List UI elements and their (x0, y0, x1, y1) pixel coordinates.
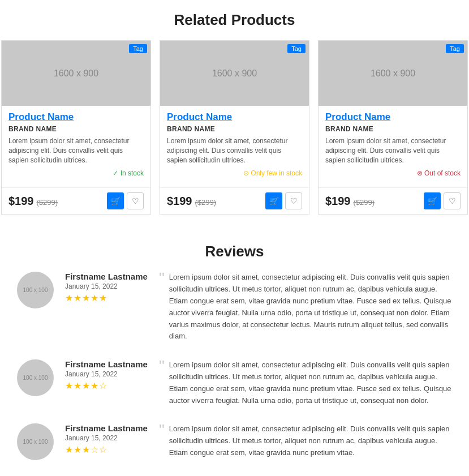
price-original-3: ($299) (354, 198, 375, 207)
brand-name-3: BRAND NAME (325, 125, 461, 133)
reviews-list: 100 x 100 Firstname Lastname January 15,… (17, 272, 452, 460)
review-meta-1: Firstname Lastname January 15, 2022 ★★★★… (65, 272, 148, 303)
review-meta-3: Firstname Lastname January 15, 2022 ★★★☆… (65, 423, 148, 455)
review-avatar-3: 100 x 100 (17, 423, 54, 460)
review-text-1: Lorem ipsum dolor sit amet, consectetur … (169, 272, 452, 342)
product-tag-3: Tag (446, 44, 464, 53)
products-grid: 1600 x 900 Tag Product Name BRAND NAME L… (8, 40, 461, 215)
review-stars-2: ★★★★☆ (65, 380, 148, 391)
review-text-block-2: " Lorem ipsum dolor sit amet, consectetu… (159, 359, 452, 406)
price-original-1: ($299) (37, 198, 58, 207)
review-avatar-1: 100 x 100 (17, 272, 54, 308)
stock-status-1: ✓ In stock (8, 169, 144, 177)
reviewer-name-1: Firstname Lastname (65, 272, 148, 281)
add-to-wishlist-button-3[interactable]: ♡ (444, 192, 461, 209)
product-name-3[interactable]: Product Name (325, 112, 461, 123)
product-desc-1: Lorem ipsum dolor sit amet, consectetur … (8, 136, 144, 165)
review-item-2: 100 x 100 Firstname Lastname January 15,… (17, 359, 452, 406)
reviews-section: Reviews 100 x 100 Firstname Lastname Jan… (0, 231, 469, 476)
review-date-2: January 15, 2022 (65, 370, 148, 378)
add-to-wishlist-button-2[interactable]: ♡ (285, 192, 302, 209)
quote-icon-2: " (159, 358, 165, 374)
product-tag-1: Tag (129, 44, 147, 53)
review-avatar-2: 100 x 100 (17, 359, 54, 396)
product-image-2: 1600 x 900 Tag (160, 41, 309, 106)
review-item-3: 100 x 100 Firstname Lastname January 15,… (17, 423, 452, 460)
add-to-cart-button-3[interactable]: 🛒 (424, 192, 441, 209)
add-to-wishlist-button-1[interactable]: ♡ (127, 192, 144, 209)
product-name-1[interactable]: Product Name (8, 112, 144, 123)
review-date-3: January 15, 2022 (65, 434, 148, 442)
product-card-1: 1600 x 900 Tag Product Name BRAND NAME L… (1, 40, 151, 215)
quote-icon-1: " (159, 271, 165, 286)
price-current-1: $199 (8, 195, 34, 208)
review-stars-3: ★★★☆☆ (65, 444, 148, 455)
brand-name-1: BRAND NAME (8, 125, 144, 133)
reviewer-name-3: Firstname Lastname (65, 423, 148, 433)
product-image-1: 1600 x 900 Tag (2, 41, 150, 106)
product-desc-2: Lorem ipsum dolor sit amet, consectetur … (167, 136, 302, 165)
product-card-3: 1600 x 900 Tag Product Name BRAND NAME L… (318, 40, 468, 215)
review-text-block-3: " Lorem ipsum dolor sit amet, consectetu… (159, 423, 452, 458)
brand-name-2: BRAND NAME (167, 125, 302, 133)
product-image-3: 1600 x 900 Tag (319, 41, 467, 106)
product-actions-2: 🛒 ♡ (265, 192, 302, 209)
product-actions-3: 🛒 ♡ (424, 192, 461, 209)
review-date-1: January 15, 2022 (65, 282, 148, 290)
price-block-3: $199 ($299) (325, 195, 375, 208)
add-to-cart-button-2[interactable]: 🛒 (265, 192, 282, 209)
quote-icon-3: " (159, 422, 165, 438)
product-desc-3: Lorem ipsum dolor sit amet, consectetur … (325, 136, 461, 165)
product-name-2[interactable]: Product Name (167, 112, 302, 123)
review-stars-1: ★★★★★ (65, 293, 148, 303)
price-current-3: $199 (325, 195, 351, 208)
add-to-cart-button-1[interactable]: 🛒 (107, 192, 124, 209)
product-actions-1: 🛒 ♡ (107, 192, 144, 209)
review-meta-2: Firstname Lastname January 15, 2022 ★★★★… (65, 359, 148, 391)
related-products-title: Related Products (8, 11, 461, 29)
price-original-2: ($299) (195, 198, 217, 207)
price-block-2: $199 ($299) (167, 195, 216, 208)
reviews-title: Reviews (17, 243, 452, 260)
review-text-block-1: " Lorem ipsum dolor sit amet, consectetu… (159, 272, 452, 342)
stock-status-2: ⊙ Only few in stock (167, 169, 302, 177)
review-text-2: Lorem ipsum dolor sit amet, consectetur … (169, 359, 452, 406)
reviewer-name-2: Firstname Lastname (65, 359, 148, 369)
related-products-section: Related Products 1600 x 900 Tag Product … (0, 0, 469, 231)
product-tag-2: Tag (287, 44, 306, 53)
price-block-1: $199 ($299) (8, 195, 58, 208)
price-current-2: $199 (167, 195, 192, 208)
review-text-3: Lorem ipsum dolor sit amet, consectetur … (169, 423, 452, 458)
stock-status-3: ⊗ Out of stock (325, 169, 461, 177)
review-item-1: 100 x 100 Firstname Lastname January 15,… (17, 272, 452, 342)
product-card-2: 1600 x 900 Tag Product Name BRAND NAME L… (160, 40, 309, 215)
